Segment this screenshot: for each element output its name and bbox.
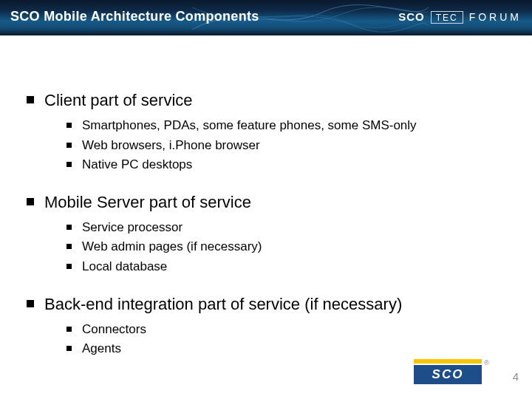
square-bullet-icon [66,327,72,332]
item-text: Native PC desktops [82,156,192,174]
brand-sco: SCO [398,10,425,23]
list-item: Native PC desktops [66,156,505,174]
brand-tec: TEC [431,11,463,24]
square-bullet-icon [27,300,34,307]
section-mobile-server: Mobile Server part of service Service pr… [27,191,505,285]
section-title: Client part of service [44,89,193,112]
title-header: SCO Mobile Architecture Components SCO T… [0,0,532,35]
section-title: Back-end integration part of service (if… [44,293,402,316]
brand-forum: FORUM [469,11,522,23]
square-bullet-icon [66,244,72,249]
list-item: Local database [66,258,505,276]
square-bullet-icon [66,123,72,128]
header-brand-logo: SCO TEC FORUM [398,10,522,24]
section-heading: Mobile Server part of service [27,191,505,214]
square-bullet-icon [27,96,34,103]
item-text: Local database [82,258,167,276]
item-text: Web browsers, i.Phone browser [82,137,260,155]
item-text: Web admin pages (if necessary) [82,238,262,256]
sub-list: Smartphones, PDAs, some feature phones, … [27,112,505,183]
square-bullet-icon [66,162,72,167]
slide-number: 4 [513,370,519,383]
page-title: SCO Mobile Architecture Components [10,9,259,24]
list-item: Agents [66,340,505,358]
logo-text: SCO [432,367,464,382]
sub-list: Service processor Web admin pages (if ne… [27,214,505,285]
list-item: Connectors [66,321,505,339]
slide-body: Client part of service Smartphones, PDAs… [27,89,505,375]
section-heading: Client part of service [27,89,505,112]
section-client: Client part of service Smartphones, PDAs… [27,89,505,183]
item-text: Agents [82,340,121,358]
item-text: Connectors [82,321,146,339]
list-item: Smartphones, PDAs, some feature phones, … [66,117,505,135]
bullet-list: Client part of service Smartphones, PDAs… [27,89,505,367]
item-text: Smartphones, PDAs, some feature phones, … [82,117,417,135]
square-bullet-icon [27,198,34,205]
section-backend: Back-end integration part of service (if… [27,293,505,367]
square-bullet-icon [66,264,72,269]
list-item: Web admin pages (if necessary) [66,238,505,256]
square-bullet-icon [66,225,72,230]
logo-yellow-bar [414,359,482,364]
footer-brand-logo: SCO ® [414,359,482,384]
item-text: Service processor [82,219,183,237]
list-item: Service processor [66,219,505,237]
section-title: Mobile Server part of service [44,191,251,214]
square-bullet-icon [66,346,72,351]
list-item: Web browsers, i.Phone browser [66,137,505,155]
section-heading: Back-end integration part of service (if… [27,293,505,316]
square-bullet-icon [66,143,72,148]
slide: SCO Mobile Architecture Components SCO T… [0,0,532,399]
registered-mark: ® [484,359,489,366]
logo-blue-bar: SCO [414,365,482,384]
